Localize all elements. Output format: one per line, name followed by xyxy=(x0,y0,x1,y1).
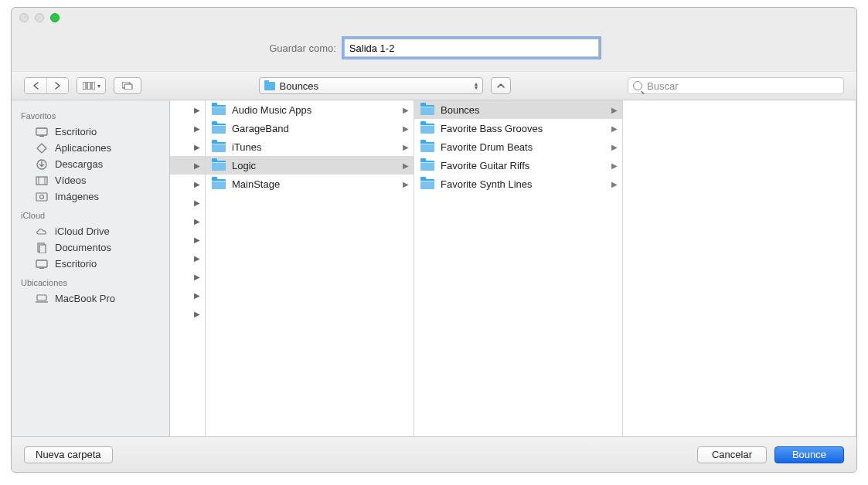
stub-arrow[interactable]: ▶ xyxy=(170,230,205,249)
folder-icon xyxy=(420,161,434,171)
sidebar-item-documentos[interactable]: Documentos xyxy=(12,239,169,256)
folder-icon xyxy=(420,179,434,189)
folder-icon xyxy=(420,105,434,115)
stub-arrow[interactable]: ▶ xyxy=(170,286,205,304)
forward-button[interactable] xyxy=(46,78,68,93)
column-view-icon[interactable]: ▾ xyxy=(77,78,105,93)
folder-icon xyxy=(212,142,226,152)
sidebar-item-aplicaciones[interactable]: Aplicaciones xyxy=(12,140,169,156)
sidebar-item-descargas[interactable]: Descargas xyxy=(12,156,169,172)
images-icon xyxy=(35,192,49,202)
folder-icon xyxy=(420,142,434,152)
sidebar-item-label: MacBook Pro xyxy=(55,293,115,304)
sidebar-item-label: iCloud Drive xyxy=(55,226,110,237)
view-switcher[interactable]: ▾ xyxy=(77,77,106,94)
folder-row[interactable]: Favorite Guitar Riffs▶ xyxy=(414,156,622,175)
stub-arrow[interactable]: ▶ xyxy=(170,267,205,286)
folder-row[interactable]: MainStage▶ xyxy=(206,175,414,193)
stub-arrow[interactable]: ▶ xyxy=(170,193,205,212)
stub-arrow[interactable]: ▶ xyxy=(170,175,205,193)
chevron-right-icon: ▶ xyxy=(403,143,409,151)
sidebar-item-macbook-pro[interactable]: MacBook Pro xyxy=(12,290,169,307)
sidebar-item-icloud-drive[interactable]: iCloud Drive xyxy=(12,223,169,239)
apps-icon xyxy=(35,143,49,154)
chevron-right-icon: ▶ xyxy=(611,161,618,170)
sidebar-item-imagenes[interactable]: Imágenes xyxy=(12,188,169,205)
close-traffic-light[interactable] xyxy=(19,13,29,22)
search-field[interactable]: Buscar xyxy=(628,77,844,94)
sidebar-item-label: Escritorio xyxy=(55,258,97,270)
folder-row[interactable]: GarageBand▶ xyxy=(206,119,414,137)
svg-rect-1 xyxy=(87,82,90,90)
nav-back-forward xyxy=(24,77,69,94)
save-as-row: Guardar como: xyxy=(12,25,856,71)
folder-row-selected[interactable]: Logic▶ xyxy=(206,156,414,175)
toolbar: ▾ Bounces ▴▾ Buscar xyxy=(12,71,856,100)
svg-rect-8 xyxy=(36,177,47,185)
chevron-right-icon: ▶ xyxy=(403,161,409,170)
sidebar-item-videos[interactable]: Vídeos xyxy=(12,172,169,188)
sidebar-item-escritorio[interactable]: Escritorio xyxy=(12,124,169,140)
sidebar-heading-icloud: iCloud xyxy=(12,205,169,223)
videos-icon xyxy=(35,175,49,186)
folder-label: Favorite Drum Beats xyxy=(441,141,533,153)
stub-arrow[interactable]: ▶ xyxy=(170,212,205,230)
sidebar-item-escritorio-icloud[interactable]: Escritorio xyxy=(12,256,169,272)
sidebar-item-label: Documentos xyxy=(55,242,111,253)
folder-label: GarageBand xyxy=(232,123,289,134)
sidebar-item-label: Aplicaciones xyxy=(55,142,111,154)
stub-arrow[interactable]: ▶ xyxy=(170,304,205,323)
collapse-up-button[interactable] xyxy=(491,77,511,94)
minimize-traffic-light[interactable] xyxy=(35,13,44,22)
stub-arrow[interactable]: ▶ xyxy=(170,156,205,175)
sidebar-item-label: Imágenes xyxy=(55,191,99,202)
folder-row[interactable]: iTunes▶ xyxy=(206,137,414,156)
cancel-button[interactable]: Cancelar xyxy=(697,446,767,463)
folder-label: iTunes xyxy=(232,141,262,153)
stub-arrow[interactable]: ▶ xyxy=(170,137,205,156)
folder-icon xyxy=(212,179,226,189)
svg-rect-11 xyxy=(36,193,47,201)
bounce-button[interactable]: Bounce xyxy=(774,446,844,463)
folder-label: Favorite Guitar Riffs xyxy=(441,160,529,171)
desktop-icon xyxy=(35,259,49,270)
path-popup[interactable]: Bounces ▴▾ xyxy=(259,77,483,94)
back-button[interactable] xyxy=(25,78,46,93)
svg-rect-15 xyxy=(36,260,47,267)
folder-icon xyxy=(212,124,226,134)
sidebar-item-label: Vídeos xyxy=(55,175,86,186)
folder-row[interactable]: Audio Music Apps▶ xyxy=(206,100,414,119)
svg-rect-17 xyxy=(37,295,46,300)
chevron-down-icon: ▾ xyxy=(97,83,100,90)
folder-label: Bounces xyxy=(441,104,480,116)
folder-icon xyxy=(212,105,226,115)
search-placeholder: Buscar xyxy=(647,80,678,92)
folder-row-selected[interactable]: Bounces▶ xyxy=(414,100,622,119)
svg-rect-14 xyxy=(39,245,46,253)
group-button[interactable] xyxy=(114,77,141,94)
folder-icon xyxy=(212,161,226,171)
chevron-right-icon: ▶ xyxy=(611,106,618,114)
folder-row[interactable]: Favorite Drum Beats▶ xyxy=(414,137,622,156)
chevron-right-icon: ▶ xyxy=(611,143,618,151)
folder-icon xyxy=(264,82,275,90)
svg-point-12 xyxy=(40,195,44,198)
chevron-right-icon: ▶ xyxy=(403,124,409,133)
chevron-right-icon: ▶ xyxy=(611,124,618,133)
column-browser: ▶ ▶ ▶ ▶ ▶ ▶ ▶ ▶ ▶ ▶ ▶ ▶ Audio Music Apps… xyxy=(170,100,856,436)
stub-arrow[interactable]: ▶ xyxy=(170,119,205,137)
sidebar-heading-favoritos: Favoritos xyxy=(12,105,169,124)
main-area: Favoritos Escritorio Aplicaciones Descar… xyxy=(12,100,856,436)
stub-arrow[interactable]: ▶ xyxy=(170,100,205,119)
svg-rect-5 xyxy=(36,128,47,135)
updown-arrows-icon: ▴▾ xyxy=(475,82,478,90)
downloads-icon xyxy=(35,159,49,170)
folder-row[interactable]: Favorite Bass Grooves▶ xyxy=(414,119,622,137)
stub-arrow[interactable]: ▶ xyxy=(170,249,205,267)
folder-label: Favorite Synth Lines xyxy=(441,178,533,190)
save-dialog-window: Guardar como: ▾ xyxy=(11,7,857,473)
folder-row[interactable]: Favorite Synth Lines▶ xyxy=(414,175,622,193)
new-folder-button[interactable]: Nueva carpeta xyxy=(24,446,113,463)
save-as-input[interactable] xyxy=(344,39,599,57)
zoom-traffic-light[interactable] xyxy=(50,13,60,22)
